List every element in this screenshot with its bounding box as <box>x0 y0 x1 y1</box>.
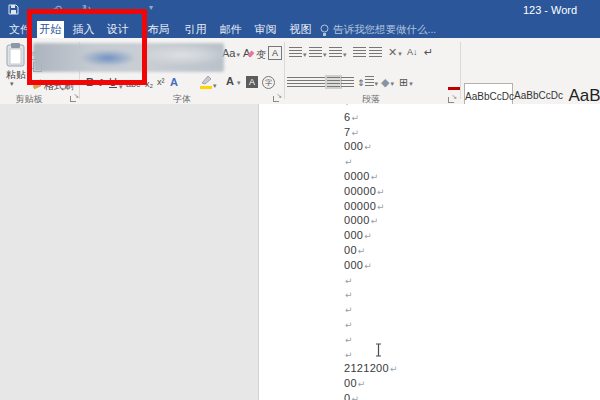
word-window: ↶ ↻ ▾ 123 - Word 文件 开始 插入 设计 布局 引用 邮件 审阅… <box>0 0 600 400</box>
paragraph-mark: ↵ <box>390 364 398 374</box>
paragraph-mark: ↵ <box>345 104 353 108</box>
character-border-icon[interactable]: A <box>268 46 282 60</box>
font-dialog-launcher-icon[interactable] <box>273 95 281 103</box>
save-icon[interactable] <box>8 4 19 15</box>
paste-icon[interactable] <box>6 43 27 68</box>
paragraph-mark: ↵ <box>371 172 379 182</box>
align-center-icon[interactable] <box>300 77 313 90</box>
shading-button[interactable]: ◆▾ <box>381 76 394 90</box>
align-right-icon[interactable] <box>313 77 326 90</box>
document-line[interactable]: 00↵ <box>344 244 397 259</box>
red-highlight-box <box>27 9 147 85</box>
document-line[interactable]: ↵ <box>344 348 397 363</box>
document-area: ↵ 6↵ 7↵ 000↵ ↵ 0000↵ 00000↵ 00000↵ 0000↵ <box>0 104 600 400</box>
tab-mailings[interactable]: 邮件 <box>218 21 243 38</box>
document-line[interactable]: ↵ <box>344 318 397 333</box>
tab-review[interactable]: 审阅 <box>253 21 278 38</box>
multilevel-list-button[interactable]: ▾ <box>329 47 347 61</box>
document-line[interactable]: ↵ <box>344 274 397 289</box>
document-line[interactable]: 000↵ <box>344 140 397 155</box>
paragraph-mark: ↵ <box>345 335 353 345</box>
document-page[interactable]: ↵ 6↵ 7↵ 000↵ ↵ 0000↵ 00000↵ 00000↵ 0000↵ <box>258 104 600 400</box>
paragraph-mark: ↵ <box>345 350 353 360</box>
document-line[interactable]: 7↵ <box>344 126 397 141</box>
paragraph-dialog-launcher-icon[interactable] <box>448 96 456 104</box>
borders-button[interactable]: ⊞▾ <box>399 76 413 90</box>
document-line[interactable]: ↵ <box>344 155 397 170</box>
document-text: ↵ 6↵ 7↵ 000↵ ↵ 0000↵ 00000↵ 00000↵ 0000↵ <box>344 104 397 400</box>
paste-dropdown-icon[interactable]: ▾ <box>10 80 14 88</box>
document-line[interactable]: ↵ <box>344 104 397 111</box>
highlight-color-bar <box>200 86 212 89</box>
document-line[interactable]: 0↵ <box>344 392 397 400</box>
bullet-list-button[interactable]: ▾ <box>289 47 307 61</box>
paragraph-mark: ↵ <box>358 379 366 389</box>
document-line[interactable]: 00↵ <box>344 377 397 392</box>
change-case-button[interactable]: Aa▾ <box>222 47 240 61</box>
paragraph-mark: ↵ <box>345 320 353 330</box>
asian-layout-button[interactable]: ✕▾ <box>388 46 402 60</box>
tell-me-box[interactable]: 告诉我您想要做什么... <box>320 22 436 38</box>
paragraph-mark: ↵ <box>358 246 366 256</box>
align-left-icon[interactable] <box>287 77 300 90</box>
font-color-button[interactable]: A▾ <box>224 75 241 89</box>
paragraph-mark: ↵ <box>364 231 372 241</box>
text-effects-button[interactable]: A <box>170 76 178 89</box>
document-line[interactable]: 6↵ <box>344 111 397 126</box>
paragraph-mark: ↵ <box>351 128 359 138</box>
superscript-button[interactable]: x² <box>157 76 165 89</box>
show-hide-marks-icon[interactable]: ↵ <box>424 46 433 59</box>
tab-view[interactable]: 视图 <box>288 21 313 38</box>
numbered-list-button[interactable]: ▾ <box>309 47 327 61</box>
clipboard-dialog-launcher-icon[interactable] <box>70 95 78 103</box>
paragraph-mark: ↵ <box>345 305 353 315</box>
tab-references[interactable]: 引用 <box>183 21 208 38</box>
paragraph-mark: ↵ <box>364 142 372 152</box>
document-line[interactable]: 00000↵ <box>344 185 397 200</box>
sort-icon[interactable]: A↓ <box>407 46 418 59</box>
distribute-icon[interactable] <box>341 77 354 90</box>
enclose-characters-button[interactable]: 字 <box>262 75 275 89</box>
document-line[interactable]: ↵ <box>344 288 397 303</box>
document-line[interactable]: 2121200↵ <box>344 362 397 377</box>
document-line[interactable]: 000↵ <box>344 259 397 274</box>
paragraph-mark: ↵ <box>364 261 372 271</box>
tab-layout[interactable]: 布局 <box>146 21 171 38</box>
group-divider <box>284 42 285 99</box>
group-divider <box>460 42 461 99</box>
clear-formatting-icon[interactable]: A <box>243 47 253 60</box>
document-line[interactable]: 0000↵ <box>344 214 397 229</box>
paragraph-mark: ↵ <box>377 202 385 212</box>
document-line[interactable]: 00000↵ <box>344 200 397 215</box>
window-title: 123 - Word <box>505 4 595 16</box>
paragraph-mark: ↵ <box>345 276 353 286</box>
paragraph-mark: ↵ <box>345 290 353 300</box>
phonetic-guide-icon[interactable]: 变 <box>256 48 266 61</box>
paragraph-mark: ↵ <box>371 216 379 226</box>
highlight-color-button[interactable]: ▾ <box>200 75 217 92</box>
text-cursor-icon <box>374 343 383 357</box>
increase-indent-icon[interactable] <box>369 47 382 60</box>
lightbulb-icon <box>320 24 329 37</box>
decrease-indent-icon[interactable] <box>353 47 366 60</box>
paragraph-mark: ↵ <box>351 113 359 123</box>
justify-icon[interactable] <box>327 77 340 90</box>
document-line[interactable]: ↵ <box>344 333 397 348</box>
document-line[interactable]: ↵ <box>344 303 397 318</box>
paragraph-mark: ↵ <box>351 394 359 400</box>
tell-me-label: 告诉我您想要做什么... <box>333 23 436 37</box>
character-shading-button[interactable]: A <box>246 75 258 88</box>
document-line[interactable]: 000↵ <box>344 229 397 244</box>
qat-customize-icon[interactable]: ▾ <box>149 3 153 12</box>
paragraph-mark: ↵ <box>345 157 353 167</box>
document-line[interactable]: 0000↵ <box>344 170 397 185</box>
paragraph-mark: ↵ <box>377 187 385 197</box>
line-spacing-button[interactable]: ⇕▾ <box>357 76 378 90</box>
